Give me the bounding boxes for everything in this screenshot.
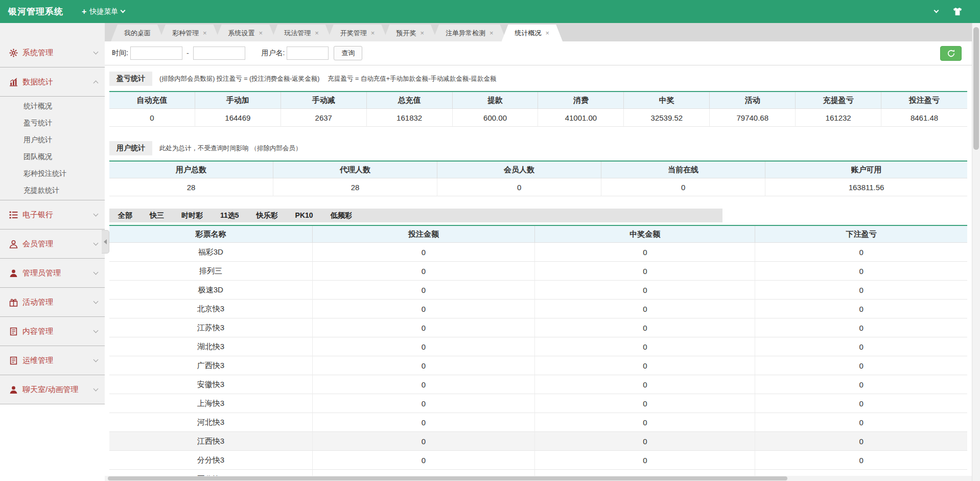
sidebar-item-label: 电子银行 [22,210,94,220]
sidebar-item-data-stats[interactable]: 数据统计 [0,67,105,97]
cell-bet-amount: 0 [313,337,535,356]
sidebar-subitem-user-stats[interactable]: 用户统计 [0,131,105,148]
tab-my-desktop[interactable]: 我的桌面 [111,25,164,41]
query-button[interactable]: 查询 [334,46,362,60]
tab-pre-draw[interactable]: 预开奖 × [383,25,437,41]
sidebar-item-activities[interactable]: 活动管理 [0,288,105,317]
table-row: 北京快3 0 0 0 [109,300,967,318]
sidebar-item-label: 数据统计 [22,77,94,87]
time-label: 时间: [112,49,128,58]
category-tab-klc[interactable]: 快乐彩 [248,209,287,222]
cell-lottery-name: 广西快3 [109,356,313,375]
tab-draw-management[interactable]: 开奖管理 × [327,25,388,41]
profit-section-tab: 盈亏统计 [109,72,152,86]
cell-agent-count: 28 [273,178,437,196]
sidebar: 系统管理 数据统计 统计概况 盈亏统计 用户统计 团队概况 彩种投注统计 充提款… [0,23,105,481]
cell-win-amount: 0 [535,281,755,300]
sidebar-subitem-stats-overview[interactable]: 统计概况 [0,98,105,114]
cell-bet-profit: 0 [755,281,967,300]
category-tab-all[interactable]: 全部 [109,209,141,222]
tab-system-settings[interactable]: 系统设置 × [215,25,276,41]
table-row: 广西快3 0 0 0 [109,356,967,375]
sidebar-item-ebank[interactable]: 电子银行 [0,200,105,230]
horizontal-scrollbar [105,476,972,481]
tab-label: 系统设置 [228,29,255,38]
plus-icon: + [82,7,86,16]
window-tab-strip: 我的桌面 彩种管理 × 系统设置 × 玩法管理 × 开奖管理 × 预开奖 × 注… [105,23,980,41]
cell-bet-amount: 0 [313,281,535,300]
horizontal-scrollbar-thumb[interactable] [108,476,787,480]
category-tab-lowfreq[interactable]: 低频彩 [322,209,361,222]
cell-bet-profit: 0 [755,375,967,394]
tab-abnormal-bet-detection[interactable]: 注单异常检测 × [432,25,507,41]
sidebar-item-content[interactable]: 内容管理 [0,317,105,346]
category-tab-pk10[interactable]: PK10 [287,209,322,222]
chevron-down-icon [94,270,99,275]
close-icon[interactable]: × [259,30,263,36]
sidebar-item-ops[interactable]: 运维管理 [0,346,105,375]
table-row: 28 28 0 0 163811.56 [109,178,967,196]
cell-bet-amount: 0 [313,300,535,318]
sidebar-subitem-deposit-withdraw-stats[interactable]: 充提款统计 [0,182,105,199]
cell-bet-profit: 0 [755,432,967,451]
cell-bet-profit: 0 [755,318,967,337]
cell-lottery-name: 江苏快3 [109,318,313,337]
quick-menu-button[interactable]: + 快捷菜单 [75,0,132,23]
tab-lottery-management[interactable]: 彩种管理 × [159,25,220,41]
cell-lottery-name: 安徽快3 [109,375,313,394]
column-header: 总充值 [367,92,453,109]
cell-bet-amount: 0 [313,318,535,337]
cell-win-amount: 0 [535,470,755,476]
category-tab-ssc[interactable]: 时时彩 [173,209,212,222]
data-stats-submenu: 统计概况 盈亏统计 用户统计 团队概况 彩种投注统计 充提款统计 [0,97,105,200]
cell-win-amount: 0 [535,243,755,262]
sidebar-item-members[interactable]: 会员管理 [0,230,105,259]
cell-lottery-name: 河北快3 [109,413,313,432]
sidebar-collapse-handle[interactable] [102,230,109,254]
table-row: 安徽快3 0 0 0 [109,375,967,394]
chevron-down-icon [94,386,99,392]
time-end-input[interactable] [193,47,245,60]
cell-lottery-name: 上海快3 [109,394,313,413]
time-start-input[interactable] [130,47,182,60]
user-filled-icon [9,269,18,278]
vertical-scrollbar [972,23,980,481]
sidebar-subitem-profit-stats[interactable]: 盈亏统计 [0,114,105,131]
tab-stats-overview[interactable]: 统计概况 × [502,25,563,41]
sidebar-item-admins[interactable]: 管理员管理 [0,259,105,288]
sidebar-item-chatroom[interactable]: 聊天室/动画管理 [0,375,105,404]
category-tab-11x5[interactable]: 11选5 [212,209,248,222]
close-icon[interactable]: × [546,30,550,36]
cell-manual-subtract: 2637 [281,109,367,127]
tab-play-management[interactable]: 玩法管理 × [271,25,332,41]
cell-lottery-name: 福彩3D [109,243,313,262]
table-row: 五分快3 0 0 0 [109,470,967,476]
cell-account-available: 163811.56 [765,178,967,196]
cell-win-amount: 0 [535,375,755,394]
cell-bet-amount: 0 [313,375,535,394]
close-icon[interactable]: × [489,30,494,36]
close-icon[interactable]: × [371,30,375,36]
category-tab-k3[interactable]: 快三 [141,209,173,222]
sidebar-subitem-team-overview[interactable]: 团队概况 [0,148,105,165]
collapse-header-button[interactable] [935,11,938,12]
table-header-row: 彩票名称 投注金额 中奖金额 下注盈亏 [109,226,967,243]
cell-bet-profit: 0 [755,451,967,470]
chevron-down-icon [94,212,99,217]
close-icon[interactable]: × [420,30,424,36]
close-icon[interactable]: × [315,30,319,36]
theme-shirt-button[interactable] [952,7,963,16]
sidebar-item-system[interactable]: 系统管理 [0,38,105,67]
chevron-down-icon [94,299,99,304]
refresh-button[interactable] [940,46,962,61]
tab-label: 开奖管理 [340,29,367,38]
sidebar-subitem-lottery-bet-stats[interactable]: 彩种投注统计 [0,165,105,182]
table-row: 江西快3 0 0 0 [109,432,967,451]
cell-bet-amount: 0 [313,394,535,413]
cell-win-amount: 0 [535,318,755,337]
username-input[interactable] [287,47,329,60]
cell-win: 32539.52 [624,109,710,127]
cell-lottery-name: 分分快3 [109,451,313,470]
close-icon[interactable]: × [203,30,207,36]
vertical-scrollbar-thumb[interactable] [973,27,979,150]
